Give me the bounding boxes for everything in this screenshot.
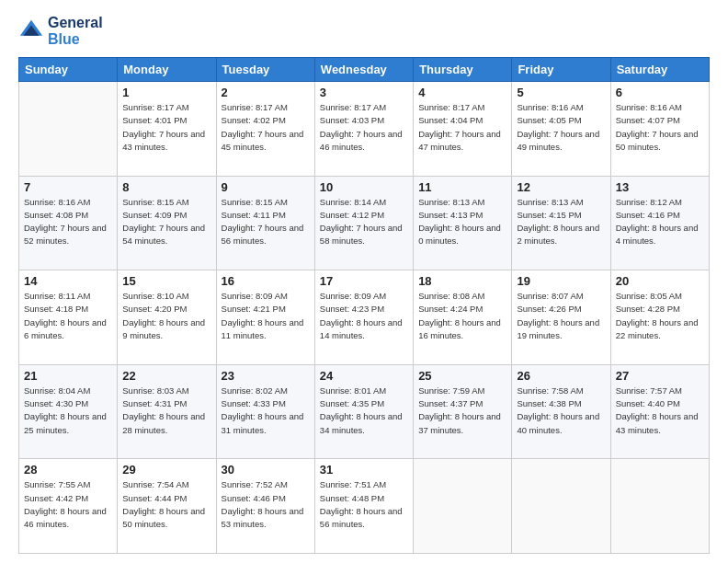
- calendar-cell: 26 Sunrise: 7:58 AMSunset: 4:38 PMDaylig…: [512, 364, 610, 459]
- day-info: Sunrise: 8:17 AMSunset: 4:04 PMDaylight:…: [418, 102, 501, 152]
- day-info: Sunrise: 8:03 AMSunset: 4:31 PMDaylight:…: [122, 385, 205, 435]
- calendar-cell: [512, 459, 610, 554]
- calendar-cell: 30 Sunrise: 7:52 AMSunset: 4:46 PMDaylig…: [216, 459, 314, 554]
- calendar-cell: 27 Sunrise: 7:57 AMSunset: 4:40 PMDaylig…: [610, 364, 709, 459]
- day-number: 30: [222, 463, 310, 477]
- calendar-week-1: 1 Sunrise: 8:17 AMSunset: 4:01 PMDayligh…: [19, 82, 710, 177]
- weekday-header-wednesday: Wednesday: [314, 58, 413, 82]
- day-info: Sunrise: 7:59 AMSunset: 4:37 PMDaylight:…: [418, 385, 501, 435]
- day-number: 10: [320, 180, 408, 194]
- day-number: 18: [418, 274, 506, 288]
- calendar-cell: 7 Sunrise: 8:16 AMSunset: 4:08 PMDayligh…: [19, 176, 118, 270]
- day-number: 24: [320, 369, 408, 383]
- day-number: 7: [24, 180, 112, 194]
- calendar-week-4: 21 Sunrise: 8:04 AMSunset: 4:30 PMDaylig…: [19, 364, 710, 459]
- day-info: Sunrise: 8:15 AMSunset: 4:09 PMDaylight:…: [122, 197, 205, 247]
- day-number: 26: [517, 369, 605, 383]
- weekday-header-friday: Friday: [512, 58, 610, 82]
- day-info: Sunrise: 8:07 AMSunset: 4:26 PMDaylight:…: [517, 291, 599, 340]
- day-number: 23: [222, 369, 310, 383]
- day-number: 22: [122, 369, 210, 383]
- day-number: 14: [24, 274, 112, 288]
- calendar-cell: 31 Sunrise: 7:51 AMSunset: 4:48 PMDaylig…: [314, 459, 413, 554]
- day-number: 15: [122, 274, 210, 288]
- day-info: Sunrise: 8:17 AMSunset: 4:02 PMDaylight:…: [222, 102, 304, 152]
- day-info: Sunrise: 8:04 AMSunset: 4:30 PMDaylight:…: [24, 385, 107, 435]
- logo-text: General Blue: [48, 15, 103, 48]
- calendar-cell: 25 Sunrise: 7:59 AMSunset: 4:37 PMDaylig…: [414, 364, 512, 459]
- calendar-cell: 11 Sunrise: 8:13 AMSunset: 4:13 PMDaylig…: [414, 176, 512, 270]
- day-info: Sunrise: 8:12 AMSunset: 4:16 PMDaylight:…: [616, 197, 699, 247]
- calendar-cell: 28 Sunrise: 7:55 AMSunset: 4:42 PMDaylig…: [19, 459, 118, 554]
- day-number: 27: [616, 369, 704, 383]
- calendar-cell: 23 Sunrise: 8:02 AMSunset: 4:33 PMDaylig…: [216, 364, 314, 459]
- calendar-cell: 4 Sunrise: 8:17 AMSunset: 4:04 PMDayligh…: [414, 82, 512, 177]
- day-info: Sunrise: 8:17 AMSunset: 4:01 PMDaylight:…: [122, 102, 205, 152]
- weekday-header-monday: Monday: [118, 58, 216, 82]
- calendar-cell: [610, 459, 709, 554]
- weekday-header-sunday: Sunday: [19, 58, 118, 82]
- day-number: 13: [616, 180, 704, 194]
- day-number: 21: [24, 369, 112, 383]
- weekday-header-tuesday: Tuesday: [216, 58, 314, 82]
- day-number: 17: [320, 274, 408, 288]
- day-number: 6: [616, 86, 704, 99]
- logo: General Blue: [18, 15, 103, 48]
- day-number: 4: [418, 86, 506, 99]
- day-number: 12: [517, 180, 605, 194]
- day-info: Sunrise: 8:01 AMSunset: 4:35 PMDaylight:…: [320, 385, 403, 435]
- day-info: Sunrise: 8:02 AMSunset: 4:33 PMDaylight:…: [222, 385, 304, 435]
- day-info: Sunrise: 7:52 AMSunset: 4:46 PMDaylight:…: [222, 479, 304, 529]
- day-info: Sunrise: 8:09 AMSunset: 4:21 PMDaylight:…: [222, 291, 304, 340]
- weekday-header-row: SundayMondayTuesdayWednesdayThursdayFrid…: [19, 58, 710, 82]
- day-number: 5: [517, 86, 605, 99]
- day-number: 3: [320, 86, 408, 99]
- day-info: Sunrise: 8:16 AMSunset: 4:08 PMDaylight:…: [24, 197, 107, 247]
- calendar-week-5: 28 Sunrise: 7:55 AMSunset: 4:42 PMDaylig…: [19, 459, 710, 554]
- day-info: Sunrise: 8:17 AMSunset: 4:03 PMDaylight:…: [320, 102, 403, 152]
- calendar-cell: [414, 459, 512, 554]
- calendar-cell: 14 Sunrise: 8:11 AMSunset: 4:18 PMDaylig…: [19, 270, 118, 365]
- day-number: 31: [320, 463, 408, 477]
- day-info: Sunrise: 8:13 AMSunset: 4:13 PMDaylight:…: [418, 197, 501, 247]
- calendar-cell: 16 Sunrise: 8:09 AMSunset: 4:21 PMDaylig…: [216, 270, 314, 365]
- day-info: Sunrise: 7:54 AMSunset: 4:44 PMDaylight:…: [122, 479, 205, 529]
- calendar-cell: 10 Sunrise: 8:14 AMSunset: 4:12 PMDaylig…: [314, 176, 413, 270]
- day-number: 1: [122, 86, 210, 99]
- day-info: Sunrise: 8:14 AMSunset: 4:12 PMDaylight:…: [320, 197, 403, 247]
- day-info: Sunrise: 7:51 AMSunset: 4:48 PMDaylight:…: [320, 479, 403, 529]
- calendar-cell: 8 Sunrise: 8:15 AMSunset: 4:09 PMDayligh…: [118, 176, 216, 270]
- weekday-header-thursday: Thursday: [414, 58, 512, 82]
- day-info: Sunrise: 8:08 AMSunset: 4:24 PMDaylight:…: [418, 291, 501, 340]
- day-info: Sunrise: 8:16 AMSunset: 4:05 PMDaylight:…: [517, 102, 599, 152]
- calendar-cell: 2 Sunrise: 8:17 AMSunset: 4:02 PMDayligh…: [216, 82, 314, 177]
- day-number: 9: [222, 180, 310, 194]
- calendar-cell: 9 Sunrise: 8:15 AMSunset: 4:11 PMDayligh…: [216, 176, 314, 270]
- calendar-cell: 29 Sunrise: 7:54 AMSunset: 4:44 PMDaylig…: [118, 459, 216, 554]
- day-info: Sunrise: 8:09 AMSunset: 4:23 PMDaylight:…: [320, 291, 403, 340]
- day-number: 25: [418, 369, 506, 383]
- calendar-cell: 15 Sunrise: 8:10 AMSunset: 4:20 PMDaylig…: [118, 270, 216, 365]
- day-info: Sunrise: 8:11 AMSunset: 4:18 PMDaylight:…: [24, 291, 107, 340]
- calendar-cell: 13 Sunrise: 8:12 AMSunset: 4:16 PMDaylig…: [610, 176, 709, 270]
- day-number: 29: [122, 463, 210, 477]
- calendar-table: SundayMondayTuesdayWednesdayThursdayFrid…: [18, 57, 710, 554]
- calendar-cell: 21 Sunrise: 8:04 AMSunset: 4:30 PMDaylig…: [19, 364, 118, 459]
- calendar-cell: 24 Sunrise: 8:01 AMSunset: 4:35 PMDaylig…: [314, 364, 413, 459]
- calendar-cell: 19 Sunrise: 8:07 AMSunset: 4:26 PMDaylig…: [512, 270, 610, 365]
- calendar-cell: 22 Sunrise: 8:03 AMSunset: 4:31 PMDaylig…: [118, 364, 216, 459]
- day-info: Sunrise: 8:16 AMSunset: 4:07 PMDaylight:…: [616, 102, 699, 152]
- calendar-cell: 20 Sunrise: 8:05 AMSunset: 4:28 PMDaylig…: [610, 270, 709, 365]
- day-info: Sunrise: 8:15 AMSunset: 4:11 PMDaylight:…: [222, 197, 304, 247]
- day-number: 2: [222, 86, 310, 99]
- day-number: 16: [222, 274, 310, 288]
- day-info: Sunrise: 7:58 AMSunset: 4:38 PMDaylight:…: [517, 385, 599, 435]
- day-number: 11: [418, 180, 506, 194]
- calendar-cell: 3 Sunrise: 8:17 AMSunset: 4:03 PMDayligh…: [314, 82, 413, 177]
- day-info: Sunrise: 7:55 AMSunset: 4:42 PMDaylight:…: [24, 479, 107, 529]
- day-info: Sunrise: 7:57 AMSunset: 4:40 PMDaylight:…: [616, 385, 699, 435]
- logo-icon: [18, 18, 44, 44]
- calendar-cell: 18 Sunrise: 8:08 AMSunset: 4:24 PMDaylig…: [414, 270, 512, 365]
- calendar-cell: 6 Sunrise: 8:16 AMSunset: 4:07 PMDayligh…: [610, 82, 709, 177]
- day-number: 28: [24, 463, 112, 477]
